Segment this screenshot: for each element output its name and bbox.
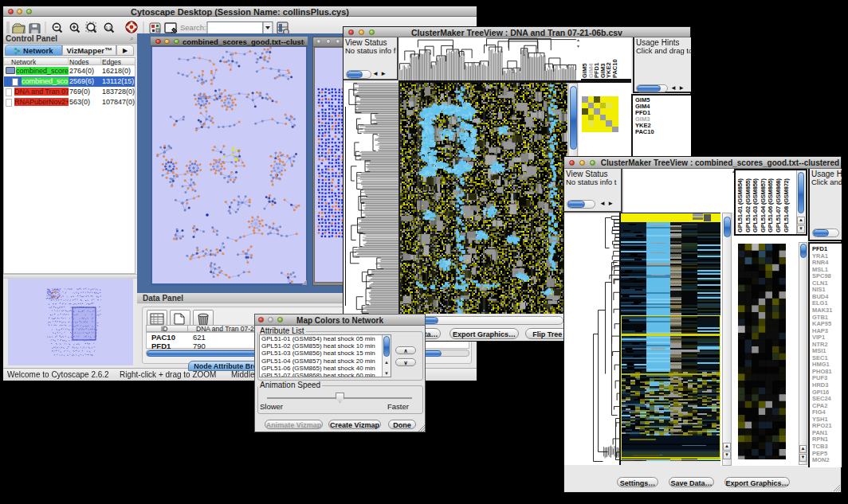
svg-text:1:1: 1:1 (106, 25, 112, 30)
svg-text:Search:: Search: (180, 23, 206, 32)
